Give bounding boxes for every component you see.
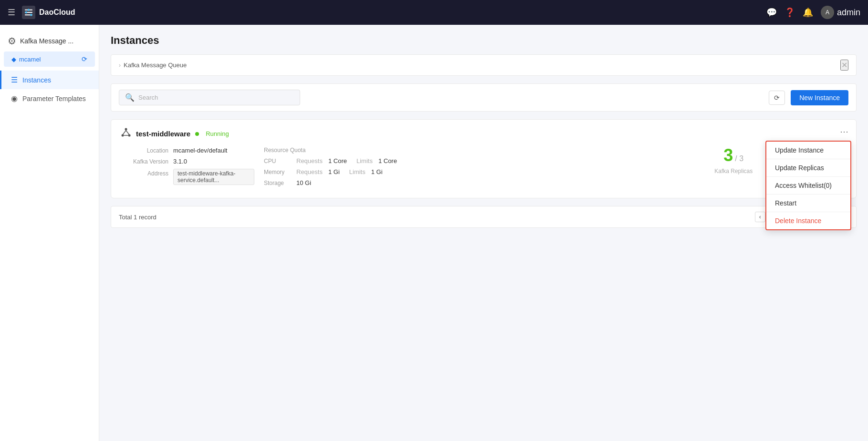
svg-point-1 <box>28 9 30 11</box>
more-options-button[interactable]: ⋯ <box>840 126 848 137</box>
context-menu-update-instance[interactable]: Update Instance <box>766 142 850 159</box>
storage-row: Storage 10 Gi <box>264 179 700 186</box>
detail-basic: Location mcamel-dev/default Kafka Versio… <box>121 147 254 189</box>
context-menu-delete-instance[interactable]: Delete Instance <box>766 212 850 229</box>
sidebar-service[interactable]: ⚙ Kafka Message ... <box>0 31 99 51</box>
svg-line-7 <box>123 131 126 135</box>
new-instance-button[interactable]: New Instance <box>791 90 848 105</box>
memory-row: Memory Requests 1 Gi Limits 1 Gi <box>264 168 700 175</box>
page-title: Instances <box>111 34 857 47</box>
instance-icon <box>121 127 131 140</box>
navbar: ☰ DaoCloud 💬 ❓ 🔔 A admin <box>0 0 868 25</box>
avatar: A <box>821 6 834 19</box>
memory-limits-label: Limits <box>349 168 366 175</box>
main-layout: ⚙ Kafka Message ... ◆ mcamel ⟳ ☰ Instanc… <box>0 25 868 441</box>
namespace-label: mcamel <box>19 56 41 63</box>
address-row: Address test-middleware-kafka-service.de… <box>121 169 254 185</box>
cpu-label: CPU <box>264 158 293 164</box>
kafka-replicas-section: 3 / 3 Kafka Replicas <box>700 147 767 174</box>
toolbar: 🔍 ⟳ New Instance <box>111 83 857 112</box>
app-name: DaoCloud <box>39 8 75 17</box>
parameter-templates-icon: ◉ <box>11 94 18 103</box>
user-menu[interactable]: A admin <box>821 6 860 19</box>
namespace-refresh-icon[interactable]: ⟳ <box>82 55 87 63</box>
svg-point-5 <box>122 134 124 137</box>
instances-label: Instances <box>22 76 51 84</box>
refresh-button[interactable]: ⟳ <box>769 91 785 105</box>
search-icon: 🔍 <box>125 93 135 102</box>
sidebar-nav: ☰ Instances ◉ Parameter Templates <box>0 71 99 108</box>
kafka-replicas-total: / 3 <box>735 154 743 163</box>
cpu-row: CPU Requests 1 Core Limits 1 Core <box>264 157 700 164</box>
svg-point-3 <box>30 14 32 16</box>
username: admin <box>837 8 860 18</box>
pagination-prev-button[interactable]: ‹ <box>755 212 765 222</box>
cpu-requests-label: Requests <box>296 157 323 164</box>
context-menu: Update Instance Update Replicas Access W… <box>765 141 851 230</box>
namespace-selector[interactable]: ◆ mcamel ⟳ <box>4 51 95 67</box>
help-icon[interactable]: ❓ <box>784 7 795 18</box>
svg-line-8 <box>126 131 129 135</box>
app-logo: DaoCloud <box>22 6 75 19</box>
breadcrumb: › Kafka Message Queue <box>119 62 187 69</box>
memory-label: Memory <box>264 169 293 175</box>
location-value: mcamel-dev/default <box>173 147 227 154</box>
instances-icon: ☰ <box>11 75 18 84</box>
kafka-version-value: 3.1.0 <box>173 158 187 165</box>
resource-section: Resource Quota CPU Requests 1 Core Limit… <box>254 147 700 190</box>
kafka-replicas-label: Kafka Replicas <box>714 168 753 174</box>
pagination-bar: Total 1 record ‹ 1 / 1 › 10 per page <box>111 206 857 228</box>
location-label: Location <box>121 147 173 154</box>
status-text: Running <box>206 130 229 137</box>
instance-card: test-middleware Running ⋯ Location mcame… <box>111 119 857 198</box>
kafka-icon: ⚙ <box>8 35 16 47</box>
memory-requests-label: Requests <box>296 168 323 175</box>
breadcrumb-bar: › Kafka Message Queue ✕ <box>111 54 857 76</box>
context-menu-restart[interactable]: Restart <box>766 195 850 212</box>
svg-point-2 <box>25 11 27 13</box>
context-menu-update-replicas[interactable]: Update Replicas <box>766 159 850 176</box>
breadcrumb-chevron-icon: › <box>119 62 121 69</box>
memory-limits-value: 1 Gi <box>371 168 383 175</box>
memory-requests-value: 1 Gi <box>328 168 340 175</box>
service-name: Kafka Message ... <box>20 37 73 45</box>
diamond-icon: ◆ <box>11 56 16 63</box>
notification-icon[interactable]: 🔔 <box>803 7 813 18</box>
hamburger-icon[interactable]: ☰ <box>8 7 15 18</box>
kafka-version-label: Kafka Version <box>121 158 173 165</box>
breadcrumb-label: Kafka Message Queue <box>124 62 187 69</box>
context-menu-access-whitelist[interactable]: Access Whitelist(0) <box>766 177 850 194</box>
address-label: Address <box>121 170 173 177</box>
breadcrumb-close-button[interactable]: ✕ <box>840 60 848 71</box>
parameter-templates-label: Parameter Templates <box>22 95 86 103</box>
svg-point-6 <box>128 134 131 137</box>
message-icon[interactable]: 💬 <box>766 7 777 18</box>
cpu-requests-value: 1 Core <box>328 157 347 164</box>
location-row: Location mcamel-dev/default <box>121 147 254 154</box>
toolbar-right: ⟳ New Instance <box>769 90 848 105</box>
sidebar-item-parameter-templates[interactable]: ◉ Parameter Templates <box>0 89 99 108</box>
storage-value: 10 Gi <box>296 179 311 186</box>
kafka-replicas-num: 3 <box>723 147 733 164</box>
search-box: 🔍 <box>119 90 300 105</box>
cpu-limits-label: Limits <box>356 157 373 164</box>
pagination-total: Total 1 record <box>119 214 157 221</box>
instance-header: test-middleware Running <box>121 127 847 140</box>
address-value[interactable]: test-middleware-kafka-service.default... <box>173 169 254 185</box>
sidebar: ⚙ Kafka Message ... ◆ mcamel ⟳ ☰ Instanc… <box>0 25 99 441</box>
instance-details: Location mcamel-dev/default Kafka Versio… <box>121 147 847 190</box>
instance-name: test-middleware <box>136 130 190 138</box>
status-dot <box>195 132 199 136</box>
main-content: Instances › Kafka Message Queue ✕ 🔍 ⟳ Ne… <box>99 25 868 441</box>
search-input[interactable] <box>138 94 294 101</box>
storage-label: Storage <box>264 180 293 186</box>
cpu-limits-value: 1 Core <box>378 157 397 164</box>
kafka-version-row: Kafka Version 3.1.0 <box>121 158 254 165</box>
resource-quota-label: Resource Quota <box>264 147 310 154</box>
sidebar-item-instances[interactable]: ☰ Instances <box>0 71 99 89</box>
svg-point-4 <box>125 128 127 131</box>
